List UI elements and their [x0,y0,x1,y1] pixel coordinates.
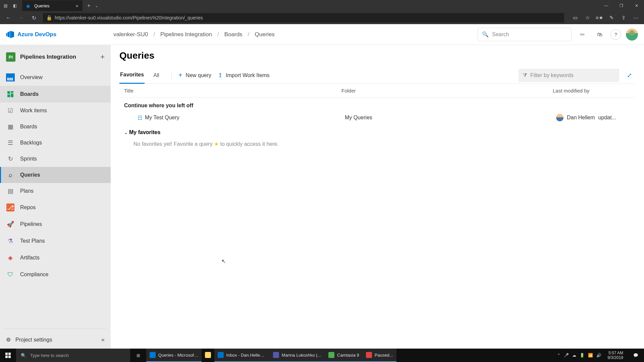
col-title[interactable]: Title [123,88,341,94]
project-header[interactable]: PI Pipelines Integration + [0,49,111,65]
crumb-project[interactable]: Pipelines Integration [160,31,212,38]
queries-icon: ⌕ [6,171,15,179]
lock-icon: 🔒 [46,15,52,20]
col-folder[interactable]: Folder [341,88,553,94]
help-icon[interactable]: ? [610,29,621,40]
sidebar-item-queries[interactable]: ⌕ Queries [0,167,111,183]
overview-icon [6,73,15,82]
import-work-items-button[interactable]: ↥ Import Work Items [215,72,273,78]
author-avatar [556,114,564,121]
user-avatar[interactable] [626,28,638,41]
favorite-star-icon[interactable]: ☆ [582,12,593,23]
share-icon[interactable]: ⇪ [618,12,629,23]
global-search-input[interactable]: 🔍 Search [478,28,572,41]
volume-icon[interactable]: 🔊 [596,353,601,358]
sidebar-item-plans[interactable]: ▤ Plans [0,183,111,199]
col-modified[interactable]: Last modified by [553,88,631,94]
nav-label: Queries [20,172,40,178]
settings-label: Project settings [15,337,52,343]
taskbar-explorer[interactable] [202,349,214,362]
sidebar-item-test-plans[interactable]: ⚗ Test Plans [0,233,111,249]
page-title: Queries [119,50,635,61]
sidebar-item-pipelines[interactable]: 🚀 Pipelines [0,216,111,233]
sidebar-toggle-icon[interactable]: ▤ [3,3,8,8]
browser-tab[interactable]: ◆ Queries × [22,0,83,11]
more-icon[interactable]: ⋯ [630,12,641,23]
tab-close-icon[interactable]: × [75,3,78,9]
taskbar-search-input[interactable]: 🔍 Type here to search [16,349,130,362]
search-icon: 🔍 [482,31,489,38]
azure-devops-logo[interactable]: Azure DevOps [6,31,56,39]
toolbar: Favorites All + New query ↥ Import Work … [119,67,635,84]
taskbar-paused[interactable]: Paused... [363,349,396,362]
new-query-button[interactable]: + New query [175,71,215,79]
modified-suffix: updat... [598,115,616,121]
edge-icon [150,352,156,358]
crumb-org[interactable]: valenker-SU0 [113,31,148,38]
sidebar-item-repos[interactable]: ⎇ Repos [0,199,111,216]
mic-icon[interactable]: 🎤 [564,353,569,358]
taskbar-camtasia[interactable]: Camtasia 9 [325,349,363,362]
nav-label: Work items [20,108,47,114]
start-button[interactable] [0,349,16,362]
separator [171,72,172,79]
onedrive-icon[interactable]: ☁ [572,353,576,358]
close-window-button[interactable]: ✕ [629,0,644,11]
author-name: Dan Hellem [567,115,595,121]
maximize-button[interactable]: ❐ [614,0,629,11]
sidebar-item-sprints[interactable]: ↻ Sprints [0,151,111,167]
notes-icon[interactable]: ✎ [606,12,617,23]
favorites-section-header[interactable]: ⌄ My favorites [119,125,635,137]
sidebar-item-compliance[interactable]: 🛡 Compliance [0,266,111,283]
back-button[interactable]: ← [3,12,14,23]
address-right-icons: ▭ ☆ ≡★ ✎ ⇪ ⋯ [570,12,641,23]
taskbar-edge[interactable]: Queries - Microsoft... [146,349,202,362]
task-view-icon[interactable]: ⊞ [130,349,146,362]
test-plans-icon: ⚗ [6,237,15,245]
list-icon[interactable]: ≔ [576,28,589,41]
nav-label: Boards [20,124,37,130]
favorites-list-icon[interactable]: ≡★ [594,12,605,23]
sidebar-item-boards-sub[interactable]: ▦ Boards [0,119,111,135]
tray-chevron-icon[interactable]: ⌃ [557,353,560,358]
taskbar-teams[interactable]: Marina Lukoshko | ... [270,349,325,362]
battery-icon[interactable]: 🔋 [580,353,585,358]
reading-view-icon[interactable]: ▭ [570,12,581,23]
sidebar-item-backlogs[interactable]: ☰ Backlogs [0,135,111,151]
plans-icon: ▤ [6,187,15,195]
project-settings-button[interactable]: ⚙ Project settings « [0,331,111,349]
compliance-icon: 🛡 [6,270,15,279]
collapse-sidebar-icon[interactable]: « [101,336,105,343]
new-tab-button[interactable]: + [86,1,92,10]
fullscreen-button[interactable]: ⤢ [623,69,635,81]
sidebar-item-overview[interactable]: Overview [0,69,111,86]
windows-taskbar: 🔍 Type here to search ⊞ Queries - Micros… [0,349,644,362]
app-label: Inbox - Dan.Hellem... [226,353,266,358]
tabs-icon[interactable]: ◧ [12,3,17,8]
url-field[interactable]: 🔒 https://valenker-su0.visualstudio.com/… [43,13,564,22]
sidebar-item-artifacts[interactable]: ◈ Artifacts [0,249,111,266]
crumb-sep: / [248,31,250,38]
camtasia-icon [328,352,334,358]
sidebar-item-work-items[interactable]: ☑ Work items [0,103,111,119]
nav-label: Compliance [20,272,48,278]
sprints-icon: ↻ [6,155,15,163]
filter-input[interactable]: ⧩ Filter by keywords [519,69,619,82]
crumb-section[interactable]: Boards [224,31,243,38]
query-row[interactable]: ☷ My Test Query My Queries Dan Hellem up… [119,111,635,125]
clock[interactable]: 5:57 AM 9/3/2019 [605,351,626,360]
minimize-button[interactable]: — [599,0,614,11]
wifi-icon[interactable]: 📶 [588,353,593,358]
tab-all[interactable]: All [153,67,160,84]
shopping-bag-icon[interactable]: 🛍 [593,28,606,41]
forward-button[interactable]: → [15,12,27,23]
tab-dropdown-icon[interactable]: ⌄ [94,2,100,9]
refresh-button[interactable]: ↻ [28,12,40,23]
taskbar-outlook[interactable]: Inbox - Dan.Hellem... [214,349,270,362]
add-button[interactable]: + [100,53,105,61]
sidebar-item-boards[interactable]: Boards [0,86,111,103]
app-header: Azure DevOps valenker-SU0 / Pipelines In… [0,24,644,45]
notifications-icon[interactable]: 💬 [629,349,642,362]
tab-favorites[interactable]: Favorites [119,67,145,84]
crumb-page[interactable]: Queries [255,31,275,38]
